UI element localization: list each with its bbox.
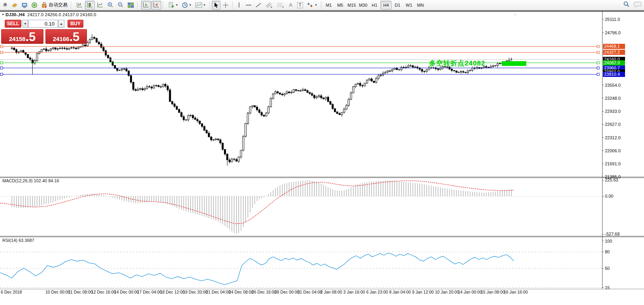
price-tick-label: 21691.0 [605,161,621,166]
sell-price-panel[interactable]: 24158 .5 [1,29,43,44]
time-axis-label: 6 Jan 23:00 [366,290,388,294]
timeframe-MN[interactable]: MN [415,1,426,9]
chat-icon[interactable] [634,1,642,7]
time-axis-label: 10 Dec 00:00 [45,290,70,294]
tile-windows-button[interactable] [126,1,136,9]
toolbar-separator [321,1,321,9]
buy-button[interactable]: BUY [68,20,83,28]
time-axis-label: 3 Jan 16:00 [343,290,365,294]
volume-increment-button[interactable]: ▲ [58,20,64,28]
ohlc-close: 24160.0 [80,12,96,17]
template-icon [195,2,202,8]
equidistant-channel-icon: E [265,2,273,8]
rsi-value: 63.3687 [19,238,34,243]
line-chart-button[interactable] [95,1,105,9]
strategy-tester-icon[interactable] [30,1,39,9]
rsi-pane[interactable] [0,237,602,289]
time-axis-label: 28 Dec 00:00 [275,290,299,294]
macd-name: MACD(12,26,9) [2,178,32,183]
ohlc-info-line: DJ30-,H4 24217.0 24256.0 24137.0 24160.0 [6,12,96,17]
price-tick-mark [602,137,604,138]
macd-tick-mark [602,180,604,180]
new-order-button[interactable]: 单 [1,1,9,9]
timeframe-M30[interactable]: M30 [358,1,369,9]
clock-icon [182,2,188,8]
macd-pane[interactable] [0,178,602,236]
terminal-icon [21,2,28,8]
time-axis-label: 24 Dec 08:00 [229,290,253,294]
chevron-down-icon: ▼ [189,4,192,6]
autotrading-label: 自动交易 [49,2,68,8]
time-axis-line [0,289,644,289]
rsi-tick-mark [602,268,604,269]
chart-shift-button[interactable] [151,1,161,9]
pivot-annotation-box[interactable] [502,61,526,66]
timeframe-D1[interactable]: D1 [392,1,403,9]
volume-input[interactable]: 0.10 [28,20,58,28]
text-tool[interactable]: A [286,1,295,9]
time-axis-label: 18 Dec 12:00 [160,290,185,294]
volume-decrement-button[interactable]: ▼ [23,20,28,28]
arrows-icon [307,2,314,8]
sell-button[interactable]: SELL [5,20,21,28]
timeframe-H4[interactable]: H4 [380,1,392,9]
autotrading-button[interactable]: 自动交易 [40,1,69,9]
price-tick-mark [602,98,604,98]
channel-tool[interactable]: E [264,1,275,9]
ohlc-low: 24137.0 [62,12,79,17]
toolbar-grip [137,2,139,9]
sell-price-frac: .5 [25,32,36,42]
price-tick-mark [602,177,604,177]
label-tool[interactable]: T [296,1,305,9]
rsi-tick-label: 15 [605,285,610,290]
zoom-in-button[interactable] [105,1,115,9]
bar-chart-button[interactable] [75,1,85,9]
time-axis-label: 21 Dec 04:00 [206,290,230,294]
search-icon[interactable] [623,1,630,7]
crosshair-icon [222,2,229,8]
timeframe-H1[interactable]: H1 [369,1,380,9]
cursor-tool-button[interactable] [212,1,220,9]
price-tick-mark [602,19,604,19]
macd-tick-label: 225.63 [605,178,618,182]
arrows-tool[interactable]: ▼ [305,1,319,9]
macd-tick-mark [602,196,604,196]
rsi-title: RSI(14) 63.3687 [2,238,34,243]
vertical-line-tool[interactable] [235,1,243,9]
timeframe-W1[interactable]: W1 [403,1,414,9]
data-window-icon[interactable] [20,1,29,9]
time-axis-label: 11 Dec 08:00 [68,290,93,294]
periods-button[interactable]: ▼ [180,1,193,9]
scroll-to-end-icon[interactable]: ⌄ [514,11,517,16]
price-tick-label: 24796.0 [605,30,621,35]
market-watch-icon[interactable] [10,1,19,9]
timeframe-M5[interactable]: M5 [335,1,346,9]
timeframe-M1[interactable]: M1 [323,1,334,9]
indicators-button[interactable]: ▼ [167,1,180,9]
time-axis-label: 19 Dec 20:00 [183,290,207,294]
candlestick-chart-button[interactable] [85,1,95,9]
gold-book-icon [11,2,18,8]
crosshair-tool-button[interactable] [221,1,230,9]
cursor-icon [213,2,219,8]
price-tick-mark [602,150,604,151]
price-level-label: 24082.9 [603,60,625,65]
price-tick-mark [602,164,604,164]
fibonacci-tool[interactable]: F [275,1,286,9]
macd-tick-label: 0.00 [605,194,613,198]
price-tick-label: 22312.0 [605,135,621,140]
symbol-period-label: DJ30-,H4 [6,12,25,17]
price-chart-pane[interactable] [0,11,602,177]
macd-title: MACD(12,26,9) 102.40 84.16 [2,178,59,183]
auto-scroll-button[interactable] [141,1,151,9]
pivot-annotation-text[interactable]: 多空转折点24082 [429,59,485,68]
zoom-out-button[interactable] [116,1,126,9]
templates-button[interactable]: ▼ [194,1,207,9]
buy-price-panel[interactable]: 24166 .5 [45,29,87,44]
timeframe-M15[interactable]: M15 [346,1,357,9]
ohlc-collapse-icon[interactable]: ▲ [2,13,4,15]
trendline-tool[interactable] [254,1,263,9]
zoom-in-icon [107,2,114,8]
price-tick-label: 23248.0 [605,96,621,101]
horizontal-line-tool[interactable] [244,1,253,9]
